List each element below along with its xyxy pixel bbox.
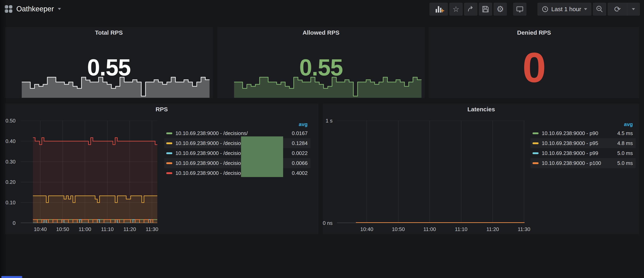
green-overlay-artifact <box>241 136 283 177</box>
time-range-label: Last 1 hour <box>551 6 581 12</box>
legend-row: 10.10.69.238:9000 - p100 5.0 ms <box>530 158 636 168</box>
magnifier-minus-icon <box>596 5 604 13</box>
x-axis: 10:4010:5011:0011:1011:2011:30 <box>337 226 524 233</box>
dashboard-toolbar: + ☆ ⚙ <box>430 3 640 15</box>
gear-icon: ⚙ <box>496 5 504 13</box>
legend-row: 10.10.69.238:9000 - /decisions/ 0.0022 <box>164 148 310 158</box>
x-axis: 10:4010:5011:0011:1011:2011:30 <box>21 226 157 233</box>
x-tick-label: 11:20 <box>124 226 136 232</box>
legend-avg-header[interactable]: avg <box>530 120 636 128</box>
dashboard-picker[interactable]: Oathkeeper <box>5 5 61 13</box>
denied-rps-panel: Denied RPS 0 <box>428 27 640 98</box>
y-tick-label: 0.10 <box>6 200 16 206</box>
y-axis: 1 s0 ns <box>323 121 334 223</box>
rps-plot-area[interactable] <box>21 121 157 223</box>
x-tick-label: 10:50 <box>56 226 69 232</box>
refresh-button-group: ⟳ <box>608 3 640 15</box>
x-tick-label: 11:10 <box>101 226 114 232</box>
chevron-down-icon <box>58 8 61 10</box>
star-icon: ☆ <box>452 5 459 13</box>
x-tick-label: 11:00 <box>423 226 436 232</box>
panel-title[interactable]: Denied RPS <box>429 29 640 36</box>
time-range-picker[interactable]: Last 1 hour <box>538 3 591 15</box>
latencies-legend: avg 10.10.69.238:9000 - p90 4.5 ms 10.10… <box>530 120 636 168</box>
panel-title[interactable]: Allowed RPS <box>217 29 425 36</box>
x-tick-label: 11:00 <box>78 226 91 232</box>
y-axis: 0.500.400.300.200.100 <box>5 121 18 223</box>
total-rps-panel: Total RPS 0.55 <box>4 27 213 98</box>
grafana-dashboard: Oathkeeper + ☆ <box>0 0 644 278</box>
clock-icon <box>542 6 548 12</box>
y-tick-label: 0 <box>13 220 16 226</box>
legend-avg-header[interactable]: avg <box>164 120 310 128</box>
cycle-view-mode-button[interactable] <box>513 3 526 15</box>
rps-legend: avg 10.10.69.238:9000 - /decisions/ 0.01… <box>164 120 310 178</box>
zoom-out-time-button[interactable] <box>593 3 606 15</box>
legend-row: 10.10.69.238:9000 - p90 4.5 ms <box>530 128 636 138</box>
dashboard-settings-button[interactable]: ⚙ <box>494 3 507 15</box>
series-name[interactable]: 10.10.69.238:9000 - p100 <box>542 160 609 166</box>
dashboard-title[interactable]: Oathkeeper <box>16 5 54 13</box>
y-tick-label: 0.40 <box>6 138 16 144</box>
stat-value: 0.55 <box>217 54 425 81</box>
x-tick-label: 11:30 <box>518 226 530 232</box>
y-tick-label: 0.50 <box>6 118 16 124</box>
x-tick-label: 10:40 <box>34 226 47 232</box>
series-avg-value: 0.0167 <box>284 130 308 136</box>
stat-value: 0 <box>429 43 640 92</box>
x-tick-label: 11:20 <box>486 226 499 232</box>
series-avg-value: 0.4002 <box>284 170 308 176</box>
series-color-swatch <box>166 132 172 134</box>
y-tick-label: 0.20 <box>6 179 16 185</box>
star-dashboard-button[interactable]: ☆ <box>450 3 462 15</box>
y-tick-label: 0.30 <box>6 159 16 165</box>
series-color-swatch <box>532 142 538 144</box>
rps-graph-panel: RPS 0.500.400.300.200.100 10:4010:5011:0… <box>4 103 319 235</box>
dashboard-header: Oathkeeper + ☆ <box>0 0 644 18</box>
series-color-swatch <box>532 152 538 154</box>
legend-row: 10.10.69.238:9000 - /decisions/ 0.1284 <box>164 138 310 148</box>
series-avg-value: 5.0 ms <box>609 160 633 166</box>
x-tick-label: 11:30 <box>146 226 158 232</box>
series-color-swatch <box>166 152 172 154</box>
chart-svg <box>337 121 524 223</box>
series-color-swatch <box>166 172 172 174</box>
refresh-button[interactable]: ⟳ <box>608 3 627 15</box>
refresh-interval-dropdown[interactable] <box>627 3 640 15</box>
x-tick-label: 10:50 <box>392 226 405 232</box>
series-name[interactable]: 10.10.69.238:9000 - p99 <box>542 150 609 156</box>
chevron-down-icon <box>584 8 587 10</box>
y-tick-label: 0 ns <box>323 220 332 226</box>
x-tick-label: 10:40 <box>360 226 373 232</box>
series-name[interactable]: 10.10.69.238:9000 - p95 <box>542 140 609 146</box>
panel-title[interactable]: Total RPS <box>5 29 213 36</box>
latencies-plot-area[interactable] <box>337 121 524 223</box>
series-color-swatch <box>166 142 172 144</box>
panel-title[interactable]: RPS <box>5 106 318 113</box>
allowed-rps-panel: Allowed RPS 0.55 <box>217 27 425 98</box>
share-dashboard-button[interactable] <box>464 3 477 15</box>
plus-icon: + <box>440 8 444 13</box>
legend-row: 10.10.69.238:9000 - p99 5.0 ms <box>530 148 636 158</box>
series-color-swatch <box>532 132 538 134</box>
series-avg-value: 0.0066 <box>284 160 308 166</box>
series-color-swatch <box>532 162 538 164</box>
legend-row: 10.10.69.238:9000 - p95 4.8 ms <box>530 138 636 148</box>
dashboard-grid-icon[interactable] <box>5 5 12 13</box>
legend-row: 10.10.69.238:9000 - /decisions/ 0.0167 <box>164 128 310 138</box>
series-avg-value: 0.1284 <box>284 140 308 146</box>
refresh-icon: ⟳ <box>614 5 621 13</box>
chevron-down-icon <box>632 8 635 10</box>
series-avg-value: 5.0 ms <box>609 150 633 156</box>
series-avg-value: 4.5 ms <box>609 130 633 136</box>
series-name[interactable]: 10.10.69.238:9000 - p90 <box>542 130 609 136</box>
series-name[interactable]: 10.10.69.238:9000 - /decisions/ <box>176 130 284 136</box>
series-avg-value: 0.0022 <box>284 150 308 156</box>
save-dashboard-button[interactable] <box>479 3 492 15</box>
bottom-left-blue-bar <box>1 276 22 278</box>
share-icon <box>467 5 475 13</box>
panel-title[interactable]: Latencies <box>323 106 640 113</box>
add-panel-button[interactable]: + <box>430 3 448 15</box>
chart-svg <box>21 121 157 223</box>
series-color-swatch <box>166 162 172 164</box>
